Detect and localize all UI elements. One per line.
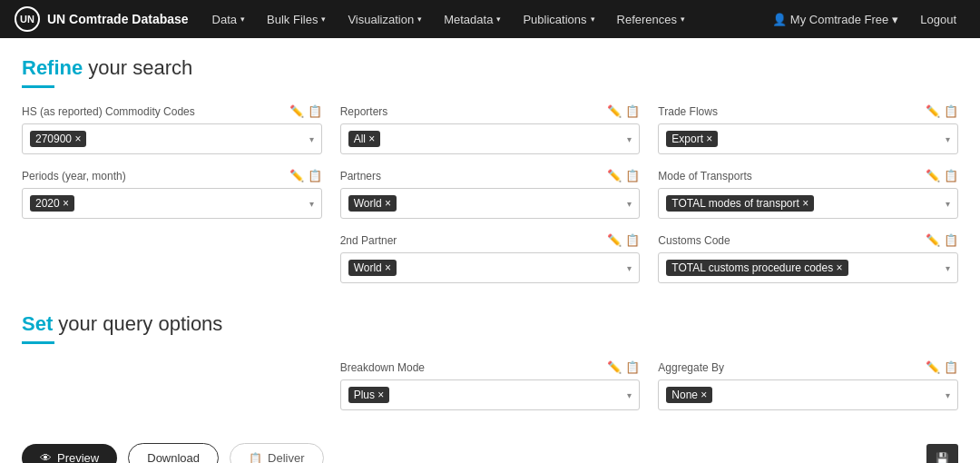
nav-publications[interactable]: Publications ▾ <box>514 0 603 38</box>
periods-filter-group: Periods (year, month) ✏️ 📋 2020 × ▾ <box>22 169 322 219</box>
nav-metadata[interactable]: Metadata ▾ <box>435 0 510 38</box>
breakdown-label: Breakdown Mode <box>340 361 425 374</box>
trade-flows-edit-icon[interactable]: ✏️ <box>926 104 940 118</box>
nav-logout[interactable]: Logout <box>911 13 965 26</box>
periods-edit-icon[interactable]: ✏️ <box>289 169 304 182</box>
hs-tag: 270900 × <box>30 131 86 147</box>
refine-underline <box>22 85 54 88</box>
navigation: UN UN Comtrade Database Data ▾ Bulk File… <box>0 0 980 38</box>
second-partner-filter-group: 2nd Partner ✏️ 📋 World × ▾ <box>340 233 641 283</box>
mode-tag: TOTAL modes of transport × <box>666 195 814 212</box>
mode-edit-icon[interactable]: ✏️ <box>926 169 940 182</box>
mode-filter-box[interactable]: TOTAL modes of transport × ▾ <box>658 188 958 219</box>
action-buttons: Preview Download Deliver <box>22 443 958 463</box>
nav-user[interactable]: 👤 My Comtrade Free ▾ <box>763 13 907 26</box>
mode-dropdown-arrow: ▾ <box>946 199 950 209</box>
customs-edit-icon[interactable]: ✏️ <box>926 233 940 247</box>
second-partner-label: 2nd Partner <box>340 234 397 247</box>
nav-bulk-files[interactable]: Bulk Files ▾ <box>258 0 335 38</box>
trade-flows-tag: Export × <box>666 131 718 147</box>
second-partner-edit-icon[interactable]: ✏️ <box>607 233 622 247</box>
partners-filter-group: Partners ✏️ 📋 World × ▾ <box>340 169 641 219</box>
periods-copy-icon[interactable]: 📋 <box>308 169 322 182</box>
save-button[interactable] <box>926 444 958 463</box>
partners-label: Partners <box>340 170 381 182</box>
trade-flows-filter-group: Trade Flows ✏️ 📋 Export × ▾ <box>658 104 958 154</box>
mode-filter-group: Mode of Transports ✏️ 📋 TOTAL modes of t… <box>658 169 958 219</box>
periods-filter-box[interactable]: 2020 × ▾ <box>22 188 322 219</box>
refine-title: Refine your search <box>22 56 958 80</box>
nav-bulk-files-arrow: ▾ <box>321 15 326 24</box>
nav-references[interactable]: References ▾ <box>608 0 694 38</box>
empty-col1-row3 <box>22 233 322 283</box>
hs-filter-box[interactable]: 270900 × ▾ <box>22 123 322 154</box>
reporters-filter-box[interactable]: All × ▾ <box>340 123 641 154</box>
trade-flows-copy-icon[interactable]: 📋 <box>944 104 958 118</box>
reporters-label: Reporters <box>340 105 388 118</box>
partners-dropdown-arrow: ▾ <box>627 199 632 209</box>
hs-label: HS (as reported) Commodity Codes <box>22 105 195 118</box>
hs-edit-icon[interactable]: ✏️ <box>289 104 304 118</box>
aggregate-copy-icon[interactable]: 📋 <box>944 360 958 374</box>
nav-data-arrow: ▾ <box>240 15 245 24</box>
breakdown-tag: Plus × <box>348 387 390 403</box>
nav-data[interactable]: Data ▾ <box>203 0 254 38</box>
customs-filter-group: Customs Code ✏️ 📋 TOTAL customs procedur… <box>658 233 958 283</box>
reporters-edit-icon[interactable]: ✏️ <box>607 104 622 118</box>
partners-edit-icon[interactable]: ✏️ <box>607 169 622 182</box>
trade-flows-label: Trade Flows <box>658 105 718 118</box>
download-button[interactable]: Download <box>128 443 219 463</box>
refine-section: Refine your search HS (as reported) Comm… <box>22 56 958 298</box>
hs-dropdown-arrow: ▾ <box>309 134 314 144</box>
query-col1-empty <box>22 360 322 425</box>
aggregate-label: Aggregate By <box>658 361 724 374</box>
breakdown-filter-box[interactable]: Plus × ▾ <box>340 379 641 410</box>
reporters-tag: All × <box>348 131 381 147</box>
second-partner-dropdown-arrow: ▾ <box>627 263 632 273</box>
customs-copy-icon[interactable]: 📋 <box>944 233 958 247</box>
trade-flows-filter-box[interactable]: Export × ▾ <box>658 123 958 154</box>
breakdown-copy-icon[interactable]: 📋 <box>625 360 640 374</box>
deliver-button[interactable]: Deliver <box>230 443 323 463</box>
reporters-filter-group: Reporters ✏️ 📋 All × ▾ <box>340 104 641 154</box>
aggregate-tag: None × <box>666 387 712 403</box>
hs-copy-icon[interactable]: 📋 <box>308 104 322 118</box>
aggregate-dropdown-arrow: ▾ <box>946 390 950 400</box>
periods-label: Periods (year, month) <box>22 170 126 182</box>
partners-filter-box[interactable]: World × ▾ <box>340 188 641 219</box>
aggregate-filter-box[interactable]: None × ▾ <box>658 379 958 410</box>
mode-copy-icon[interactable]: 📋 <box>944 169 958 182</box>
second-partner-filter-box[interactable]: World × ▾ <box>340 252 641 283</box>
nav-user-arrow: ▾ <box>892 13 898 26</box>
save-icon <box>936 451 949 463</box>
customs-dropdown-arrow: ▾ <box>946 263 950 273</box>
aggregate-edit-icon[interactable]: ✏️ <box>926 360 940 374</box>
breakdown-edit-icon[interactable]: ✏️ <box>607 360 622 374</box>
logo[interactable]: UN UN Comtrade Database <box>15 6 189 32</box>
query-underline <box>22 341 54 344</box>
nav-publications-arrow: ▾ <box>591 15 595 24</box>
customs-tag: TOTAL customs procedure codes × <box>666 260 848 276</box>
preview-button[interactable]: Preview <box>22 444 117 463</box>
customs-label: Customs Code <box>658 234 730 247</box>
aggregate-filter-group: Aggregate By ✏️ 📋 None × ▾ <box>658 360 958 410</box>
breakdown-dropdown-arrow: ▾ <box>627 390 632 400</box>
main-content: Refine your search HS (as reported) Comm… <box>0 38 980 463</box>
periods-dropdown-arrow: ▾ <box>309 199 314 209</box>
nav-metadata-arrow: ▾ <box>496 15 501 24</box>
eye-icon <box>40 451 52 463</box>
reporters-dropdown-arrow: ▾ <box>627 134 632 144</box>
second-partner-copy-icon[interactable]: 📋 <box>625 233 640 247</box>
customs-filter-box[interactable]: TOTAL customs procedure codes × ▾ <box>658 252 958 283</box>
nav-visualization[interactable]: Visualization ▾ <box>338 0 431 38</box>
deliver-icon <box>249 451 262 463</box>
reporters-copy-icon[interactable]: 📋 <box>625 104 640 118</box>
query-section: Set your query options Breakdown Mode ✏️… <box>22 312 958 463</box>
partners-tag: World × <box>348 195 397 212</box>
periods-tag: 2020 × <box>30 195 74 212</box>
partners-copy-icon[interactable]: 📋 <box>625 169 640 182</box>
query-title-rest: your query options <box>53 312 222 335</box>
second-partner-tag: World × <box>348 260 397 276</box>
hs-filter-group: HS (as reported) Commodity Codes ✏️ 📋 27… <box>22 104 322 154</box>
refine-title-rest: your search <box>83 56 192 79</box>
